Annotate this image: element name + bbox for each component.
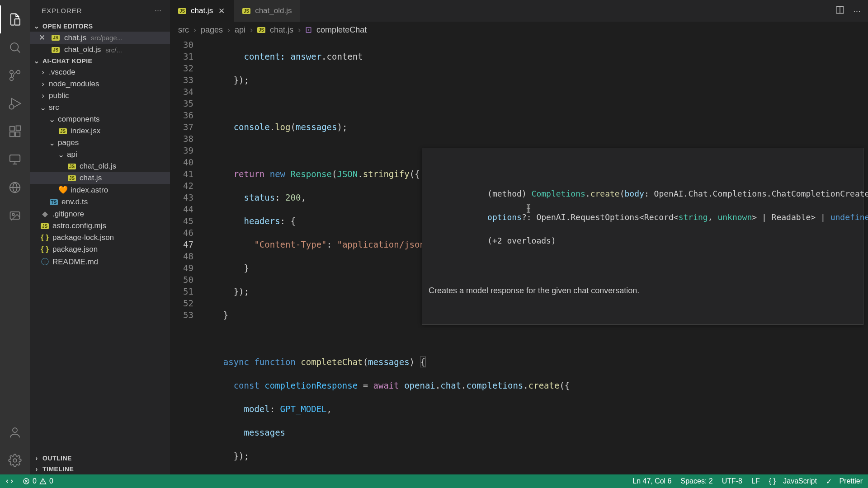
svg-rect-9 [15, 132, 20, 136]
folder-vscode[interactable]: ›.vscode [30, 66, 170, 78]
chevron-down-icon: ⌄ [58, 151, 64, 158]
folder-node-modules[interactable]: ›node_modules [30, 78, 170, 90]
sidebar-more-icon[interactable]: ⋯ [155, 6, 162, 14]
svg-point-3 [10, 77, 14, 81]
folder-public[interactable]: ›public [30, 90, 170, 102]
text-cursor-icon [524, 204, 533, 214]
info-icon: ⓘ [40, 257, 50, 267]
ts-icon: TS [50, 199, 58, 205]
tab-bar: JS chat.js ✕ JS chat_old.js ⋯ [170, 0, 868, 22]
js-icon: JS [68, 175, 76, 181]
chevron-right-icon: › [40, 81, 46, 87]
js-icon: JS [242, 8, 250, 14]
folder-components[interactable]: ⌄components [30, 113, 170, 125]
js-icon: JS [59, 128, 67, 134]
svg-point-2 [17, 70, 20, 74]
json-icon: { } [40, 245, 50, 254]
split-editor-icon[interactable] [835, 5, 845, 17]
media-icon[interactable] [0, 202, 30, 230]
tab-chat-old-js[interactable]: JS chat_old.js [234, 0, 300, 22]
svg-point-16 [13, 459, 17, 462]
chevron-right-icon: › [250, 25, 253, 35]
js-icon: JS [68, 164, 76, 169]
svg-point-1 [10, 43, 19, 51]
js-icon: JS [257, 27, 265, 33]
chevron-down-icon: ⌄ [33, 23, 40, 29]
workspace-name: AI-CHAT KOPIE [42, 57, 92, 65]
outline-header[interactable]: ›OUTLINE [30, 453, 170, 464]
debug-icon[interactable] [0, 89, 30, 117]
problems-indicator[interactable]: 0 0 [23, 477, 53, 485]
activity-bar [0, 0, 30, 474]
file-chat-js[interactable]: JSchat.js [30, 172, 170, 184]
svg-point-4 [10, 70, 14, 74]
more-actions-icon[interactable]: ⋯ [853, 6, 861, 16]
open-editors-label: OPEN EDITORS [42, 23, 93, 30]
tab-label: chat_old.js [255, 6, 292, 15]
file-readme[interactable]: ⓘREADME.md [30, 255, 170, 268]
json-icon: { } [40, 233, 50, 242]
file-chat-old-js[interactable]: JSchat_old.js [30, 160, 170, 172]
hover-tooltip: (method) Completions.create(body: OpenAI… [422, 148, 863, 325]
chevron-down-icon: ⌄ [33, 58, 40, 64]
folder-pages[interactable]: ⌄pages [30, 137, 170, 149]
account-icon[interactable] [0, 418, 30, 446]
liveshare-icon[interactable] [0, 174, 30, 202]
chevron-down-icon: ⌄ [40, 104, 46, 111]
chevron-right-icon: › [33, 466, 40, 472]
folder-src[interactable]: ⌄src [30, 102, 170, 113]
astro-icon: 🧡 [58, 185, 68, 195]
svg-rect-10 [16, 126, 21, 131]
svg-rect-11 [10, 155, 20, 162]
file-index-jsx[interactable]: JSindex.jsx [30, 125, 170, 137]
file-astro-config[interactable]: JSastro.config.mjs [30, 220, 170, 232]
sidebar: EXPLORER ⋯ ⌄ OPEN EDITORS ✕ JS chat.js s… [30, 0, 170, 474]
gitignore-icon: ◆ [40, 209, 50, 219]
open-editor-chat-old-js[interactable]: JS chat_old.js src/... [30, 44, 170, 56]
file-hint: src/page... [91, 34, 123, 42]
chevron-right-icon: › [227, 25, 230, 35]
file-name: chat.js [64, 33, 86, 42]
file-index-astro[interactable]: 🧡index.astro [30, 184, 170, 196]
tab-chat-js[interactable]: JS chat.js ✕ [170, 0, 234, 22]
folder-api[interactable]: ⌄api [30, 149, 170, 160]
code-area[interactable]: content: answer.content }); console.log(… [203, 38, 868, 474]
timeline-header[interactable]: ›TIMELINE [30, 464, 170, 474]
close-icon[interactable]: ✕ [217, 6, 226, 16]
chevron-down-icon: ⌄ [49, 140, 55, 146]
file-hint: src/... [105, 46, 122, 54]
explorer-icon[interactable] [0, 5, 30, 33]
remote-indicator[interactable] [5, 477, 14, 485]
file-pkg-lock[interactable]: { }package-lock.json [30, 232, 170, 244]
file-env-d-ts[interactable]: TSenv.d.ts [30, 196, 170, 208]
js-icon: JS [52, 35, 60, 41]
editor[interactable]: 3031323334353637383940414243444546474849… [170, 38, 868, 474]
extensions-icon[interactable] [0, 117, 30, 145]
svg-rect-7 [10, 127, 14, 131]
svg-rect-8 [10, 132, 14, 136]
chevron-right-icon: › [33, 455, 40, 461]
chevron-right-icon: › [40, 69, 46, 75]
workspace-header[interactable]: ⌄ AI-CHAT KOPIE [30, 56, 170, 66]
file-name: chat_old.js [64, 45, 101, 54]
svg-rect-0 [15, 19, 20, 25]
sidebar-title: EXPLORER [42, 7, 82, 14]
file-gitignore[interactable]: ◆.gitignore [30, 208, 170, 220]
hover-description: Creates a model response for the given c… [429, 285, 857, 296]
svg-point-14 [12, 213, 14, 216]
open-editor-chat-js[interactable]: ✕ JS chat.js src/page... [30, 32, 170, 44]
search-icon[interactable] [0, 33, 30, 61]
line-gutter: 3031323334353637383940414243444546474849… [170, 38, 203, 474]
close-icon[interactable]: ✕ [39, 33, 47, 42]
settings-icon[interactable] [0, 446, 30, 474]
source-control-icon[interactable] [0, 61, 30, 89]
breadcrumb[interactable]: src› pages› api› JS chat.js› ⊡ completeC… [170, 22, 868, 38]
chevron-right-icon: › [298, 25, 301, 35]
js-icon: JS [41, 223, 49, 229]
tab-label: chat.js [191, 6, 213, 15]
file-pkg[interactable]: { }package.json [30, 244, 170, 255]
remote-icon[interactable] [0, 145, 30, 174]
chevron-right-icon: › [193, 25, 196, 35]
open-editors-header[interactable]: ⌄ OPEN EDITORS [30, 21, 170, 32]
js-icon: JS [52, 47, 60, 53]
